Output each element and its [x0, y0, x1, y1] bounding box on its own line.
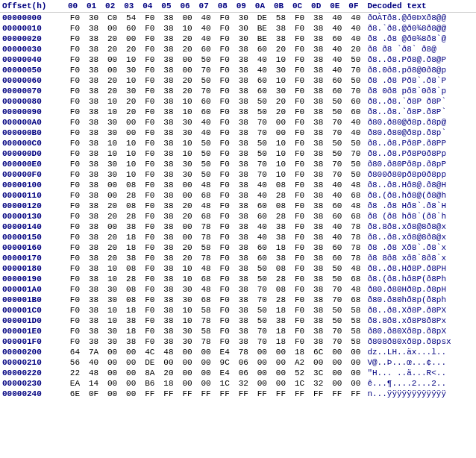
- table-row[interactable]: 00000200647A00004C480000E4780000186C0000…: [0, 347, 476, 357]
- table-row[interactable]: 00000010F0380060F0381040F030BE38F0384040…: [0, 23, 476, 34]
- cell-hex: F0: [66, 190, 84, 201]
- cell-hex: 40: [346, 34, 365, 44]
- cell-hex: 68: [197, 211, 216, 222]
- cell-offset: 00000190: [0, 274, 66, 284]
- cell-hex: 10: [122, 138, 140, 148]
- cell-offset: 00000070: [0, 86, 66, 96]
- cell-hex: F0: [290, 96, 309, 107]
- cell-hex: 20: [346, 44, 365, 54]
- table-row[interactable]: 00000050F0380030F0380070F0384030F0384070…: [0, 65, 476, 75]
- cell-hex: 70: [328, 128, 346, 138]
- table-row[interactable]: 00000080F0381020F0381060F0385020F0385060…: [0, 96, 476, 107]
- table-row[interactable]: 00000090F0381020F0381060F0385020F0385060…: [0, 107, 476, 117]
- cell-hex: F0: [290, 190, 309, 201]
- cell-hex: 38: [272, 232, 290, 242]
- table-row[interactable]: 00000130F0382028F0382068F0386028F0386068…: [0, 211, 476, 222]
- header-offset: Offset(h): [0, 0, 66, 13]
- cell-hex: 38: [159, 295, 178, 305]
- table-row[interactable]: 00000020F0382000F0382040F030BE38F0386040…: [0, 34, 476, 44]
- cell-hex: 00: [309, 357, 328, 368]
- table-row[interactable]: 000000E0F0383010F0383050F0387010F0387050…: [0, 159, 476, 169]
- cell-hex: 00: [159, 357, 178, 368]
- table-row[interactable]: 000000B0F0383000F0383040F0387000F0387040…: [0, 128, 476, 138]
- cell-hex: 40: [197, 128, 216, 138]
- cell-hex: F0: [66, 138, 84, 148]
- table-row[interactable]: 000002406E0F0000FFFFFFFFFFFFFFFFFFFFFFFF…: [0, 389, 476, 399]
- cell-hex: 38: [159, 232, 178, 242]
- table-row[interactable]: 00000000F030C054F0380040F030DE58F0384040…: [0, 13, 476, 24]
- cell-hex: 40: [197, 23, 216, 34]
- cell-hex: DE: [140, 357, 159, 368]
- cell-hex: 70: [328, 169, 346, 180]
- cell-hex: 78: [197, 232, 216, 242]
- table-row[interactable]: 00000190F0381028F0381068F0385028F0385068…: [0, 274, 476, 284]
- cell-hex: 10: [103, 316, 122, 326]
- table-row[interactable]: 00000120F0382008F0382048F0386008F0386048…: [0, 201, 476, 211]
- cell-hex: F0: [290, 148, 309, 159]
- cell-hex: 50: [253, 263, 272, 274]
- cell-hex: F0: [66, 96, 84, 107]
- cell-hex: 50: [253, 148, 272, 159]
- cell-hex: 38: [84, 44, 103, 54]
- table-row[interactable]: 000001A0F0383008F0383048F0387008F0387048…: [0, 284, 476, 295]
- table-row[interactable]: 00000160F0382018F0382058F0386018F0386078…: [0, 242, 476, 253]
- cell-hex: 38: [84, 316, 103, 326]
- cell-hex: 10: [178, 96, 196, 107]
- table-row[interactable]: 00000060F0382010F0382050F0386010F0386050…: [0, 75, 476, 86]
- cell-hex: 30: [103, 169, 122, 180]
- cell-hex: DE: [253, 13, 272, 24]
- table-row[interactable]: 000000F0F0383010F0383050F0387010F0387050…: [0, 169, 476, 180]
- table-row[interactable]: 00000170F0382038F0382078F0386038F0386078…: [0, 253, 476, 263]
- cell-hex: 38: [309, 284, 328, 295]
- table-row[interactable]: 000000A0F0383000F0383040F0387000F0387040…: [0, 117, 476, 128]
- table-row[interactable]: 00000150F0382018F0380078F0384038F0384078…: [0, 232, 476, 242]
- cell-hex: F0: [216, 326, 234, 336]
- cell-hex: 00: [178, 357, 196, 368]
- table-row[interactable]: 00000140F0380038F0380078F0384038F0384078…: [0, 222, 476, 232]
- cell-hex: 38: [122, 222, 140, 232]
- cell-hex: F0: [290, 253, 309, 263]
- cell-hex: F0: [216, 65, 234, 75]
- table-row[interactable]: 00000100F0380008F0380048F0384008F0384048…: [0, 180, 476, 190]
- table-row[interactable]: 000001C0F0381018F0381058F0385018F0385058…: [0, 305, 476, 316]
- cell-hex: F0: [66, 284, 84, 295]
- cell-hex: F0: [140, 96, 159, 107]
- table-row[interactable]: 00000070F0382030F0382070F0386030F0386070…: [0, 86, 476, 96]
- table-row[interactable]: 000001F0F0383038F0383078F0387018F0387058…: [0, 336, 476, 347]
- table-row[interactable]: 00000030F0382020F0382060F0386020F0384020…: [0, 44, 476, 54]
- table-row[interactable]: 00000180F0381008F0381048F0385008F0385048…: [0, 263, 476, 274]
- table-row[interactable]: 00000110F0380028F0380068F0384028F0384068…: [0, 190, 476, 201]
- cell-hex: F0: [216, 253, 234, 263]
- table-row[interactable]: 00000040F0380010F0380050F0384010F0384050…: [0, 54, 476, 65]
- cell-hex: 50: [346, 159, 365, 169]
- header-08: 08: [216, 0, 234, 13]
- table-row[interactable]: 000001D0F0381038F0381078F0385038F0385058…: [0, 316, 476, 326]
- cell-offset: 00000100: [0, 180, 66, 190]
- cell-hex: 78: [346, 222, 365, 232]
- cell-hex: 70: [328, 295, 346, 305]
- cell-hex: 38: [159, 86, 178, 96]
- table-row[interactable]: 00000230EA140000B61800001C3200001C320000…: [0, 378, 476, 389]
- table-row[interactable]: 00000220224800008A200000E4060000523C0000…: [0, 368, 476, 378]
- cell-hex: 18: [122, 232, 140, 242]
- cell-hex: 20: [122, 96, 140, 107]
- table-row[interactable]: 000001B0F0383008F0383068F0387028F0387068…: [0, 295, 476, 305]
- table-row[interactable]: 0000021056400000DE0000009C060000A2000000…: [0, 357, 476, 368]
- cell-decoded: ð800ð80pð8p0ð8pp: [365, 169, 476, 180]
- cell-hex: F0: [66, 65, 84, 75]
- cell-hex: 00: [178, 347, 196, 357]
- table-row[interactable]: 000000D0F0381010F0381050F0385010F0385070…: [0, 148, 476, 159]
- cell-hex: F0: [216, 107, 234, 117]
- cell-hex: F0: [140, 23, 159, 34]
- cell-decoded: ðOÀTð8.@ð0ÞXð8@@: [365, 13, 476, 24]
- cell-hex: 38: [84, 295, 103, 305]
- cell-hex: 00: [122, 128, 140, 138]
- cell-hex: 38: [122, 316, 140, 326]
- cell-offset: 00000080: [0, 96, 66, 107]
- table-row[interactable]: 000000C0F0381010F0381050F0385010F0385050…: [0, 138, 476, 148]
- cell-decoded: ð8.0ð8.pð8@0ð8@p: [365, 65, 476, 75]
- cell-hex: 38: [309, 274, 328, 284]
- cell-hex: 38: [159, 211, 178, 222]
- table-row[interactable]: 000001E0F0383018F0383058F0387018F0387058…: [0, 326, 476, 336]
- cell-hex: 00: [103, 378, 122, 389]
